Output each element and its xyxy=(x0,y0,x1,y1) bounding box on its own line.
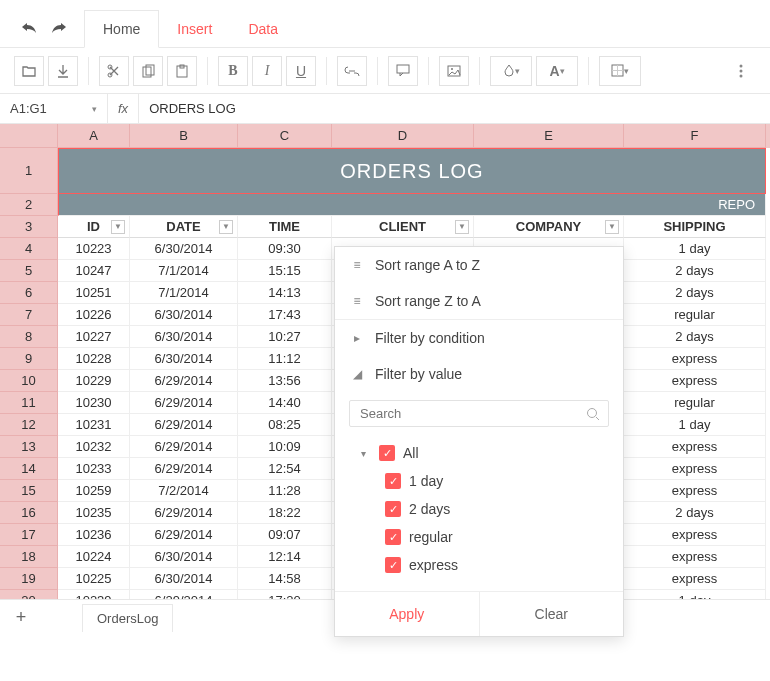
add-sheet-button[interactable]: + xyxy=(8,605,34,631)
paste-icon[interactable] xyxy=(167,56,197,86)
cell-id[interactable]: 10251 xyxy=(58,282,130,304)
cell-time[interactable]: 12:14 xyxy=(238,546,332,568)
cell-time[interactable]: 11:28 xyxy=(238,480,332,502)
cell-shipping[interactable]: express xyxy=(624,458,766,480)
cell-date[interactable]: 6/29/2014 xyxy=(130,524,238,546)
copy-icon[interactable] xyxy=(133,56,163,86)
row-header[interactable]: 9 xyxy=(0,348,58,370)
header-client[interactable]: CLIENT▼ xyxy=(332,216,474,238)
row-header[interactable]: 12 xyxy=(0,414,58,436)
filter-all-item[interactable]: ▾ ✓ All xyxy=(349,439,609,467)
fill-color-icon[interactable]: ▾ xyxy=(490,56,532,86)
cell-id[interactable]: 10224 xyxy=(58,546,130,568)
filter-option[interactable]: ✓regular xyxy=(349,523,609,551)
cell-id[interactable]: 10259 xyxy=(58,480,130,502)
open-file-icon[interactable] xyxy=(14,56,44,86)
cell-time[interactable]: 09:30 xyxy=(238,238,332,260)
cell-date[interactable]: 6/29/2014 xyxy=(130,392,238,414)
cell-time[interactable]: 08:25 xyxy=(238,414,332,436)
cut-icon[interactable] xyxy=(99,56,129,86)
cell-reference-box[interactable]: A1:G1 ▾ xyxy=(0,94,108,123)
cell-date[interactable]: 6/29/2014 xyxy=(130,370,238,392)
cell-id[interactable]: 10229 xyxy=(58,370,130,392)
cell-time[interactable]: 10:09 xyxy=(238,436,332,458)
cell-time[interactable]: 15:15 xyxy=(238,260,332,282)
underline-icon[interactable]: U xyxy=(286,56,316,86)
checkbox-checked-icon[interactable]: ✓ xyxy=(385,501,401,517)
col-header-E[interactable]: E xyxy=(474,124,624,148)
title-merged-cell[interactable]: ORDERS LOG xyxy=(58,148,766,194)
filter-by-value[interactable]: ◢ Filter by value xyxy=(335,356,623,392)
cell-id[interactable]: 10230 xyxy=(58,392,130,414)
sort-za-option[interactable]: ≡ Sort range Z to A xyxy=(335,283,623,320)
sheet-tab-orderslog[interactable]: OrdersLog xyxy=(82,604,173,632)
borders-icon[interactable]: ▾ xyxy=(599,56,641,86)
header-company[interactable]: COMPANY▼ xyxy=(474,216,624,238)
col-header-F[interactable]: F xyxy=(624,124,766,148)
link-icon[interactable] xyxy=(337,56,367,86)
col-header-A[interactable]: A xyxy=(58,124,130,148)
cell-shipping[interactable]: express xyxy=(624,524,766,546)
row-header[interactable]: 1 xyxy=(0,148,58,194)
cell-id[interactable]: 10223 xyxy=(58,238,130,260)
cell-time[interactable]: 11:12 xyxy=(238,348,332,370)
cell-shipping[interactable]: 2 days xyxy=(624,326,766,348)
cell-date[interactable]: 6/30/2014 xyxy=(130,348,238,370)
cell-shipping[interactable]: 2 days xyxy=(624,502,766,524)
cell-shipping[interactable]: regular xyxy=(624,304,766,326)
cell-time[interactable]: 12:54 xyxy=(238,458,332,480)
download-icon[interactable] xyxy=(48,56,78,86)
cell-date[interactable]: 7/2/2014 xyxy=(130,480,238,502)
cell-date[interactable]: 6/29/2014 xyxy=(130,458,238,480)
row-header[interactable]: 18 xyxy=(0,546,58,568)
cell-date[interactable]: 6/29/2014 xyxy=(130,502,238,524)
formula-input[interactable]: ORDERS LOG xyxy=(139,94,770,123)
cell-shipping[interactable]: express xyxy=(624,480,766,502)
text-color-icon[interactable]: A▾ xyxy=(536,56,578,86)
cell-id[interactable]: 10226 xyxy=(58,304,130,326)
filter-search-box[interactable] xyxy=(349,400,609,427)
image-icon[interactable] xyxy=(439,56,469,86)
tab-insert[interactable]: Insert xyxy=(159,11,230,47)
row-header[interactable]: 16 xyxy=(0,502,58,524)
cell-shipping[interactable]: express xyxy=(624,546,766,568)
cell-id[interactable]: 10231 xyxy=(58,414,130,436)
header-date[interactable]: DATE▼ xyxy=(130,216,238,238)
row-header[interactable]: 5 xyxy=(0,260,58,282)
tab-data[interactable]: Data xyxy=(230,11,296,47)
cell-id[interactable]: 10227 xyxy=(58,326,130,348)
col-header-D[interactable]: D xyxy=(332,124,474,148)
cell-time[interactable]: 17:43 xyxy=(238,304,332,326)
filter-dropdown-icon[interactable]: ▼ xyxy=(455,220,469,234)
cell-id[interactable]: 10247 xyxy=(58,260,130,282)
row-header[interactable]: 10 xyxy=(0,370,58,392)
cell-date[interactable]: 6/30/2014 xyxy=(130,568,238,590)
cell-date[interactable]: 7/1/2014 xyxy=(130,282,238,304)
cell-shipping[interactable]: 1 day xyxy=(624,414,766,436)
clear-button[interactable]: Clear xyxy=(480,592,624,636)
cell-id[interactable]: 10228 xyxy=(58,348,130,370)
filter-dropdown-icon[interactable]: ▼ xyxy=(111,220,125,234)
cell-shipping[interactable]: express xyxy=(624,370,766,392)
row-header[interactable]: 13 xyxy=(0,436,58,458)
header-id[interactable]: ID▼ xyxy=(58,216,130,238)
row-header[interactable]: 17 xyxy=(0,524,58,546)
cell-id[interactable]: 10235 xyxy=(58,502,130,524)
cell-time[interactable]: 10:27 xyxy=(238,326,332,348)
cell-shipping[interactable]: express xyxy=(624,568,766,590)
sort-az-option[interactable]: ≡ Sort range A to Z xyxy=(335,247,623,283)
more-icon[interactable] xyxy=(726,56,756,86)
row-header[interactable]: 15 xyxy=(0,480,58,502)
cell-shipping[interactable]: 2 days xyxy=(624,282,766,304)
cell-date[interactable]: 6/29/2014 xyxy=(130,414,238,436)
filter-dropdown-icon[interactable]: ▼ xyxy=(605,220,619,234)
cell-time[interactable]: 14:58 xyxy=(238,568,332,590)
comment-icon[interactable] xyxy=(388,56,418,86)
cell-shipping[interactable]: express xyxy=(624,436,766,458)
row-header[interactable]: 3 xyxy=(0,216,58,238)
cell-date[interactable]: 6/30/2014 xyxy=(130,238,238,260)
checkbox-checked-icon[interactable]: ✓ xyxy=(385,557,401,573)
row-header[interactable]: 7 xyxy=(0,304,58,326)
cell-shipping[interactable]: 2 days xyxy=(624,260,766,282)
row-header[interactable]: 19 xyxy=(0,568,58,590)
